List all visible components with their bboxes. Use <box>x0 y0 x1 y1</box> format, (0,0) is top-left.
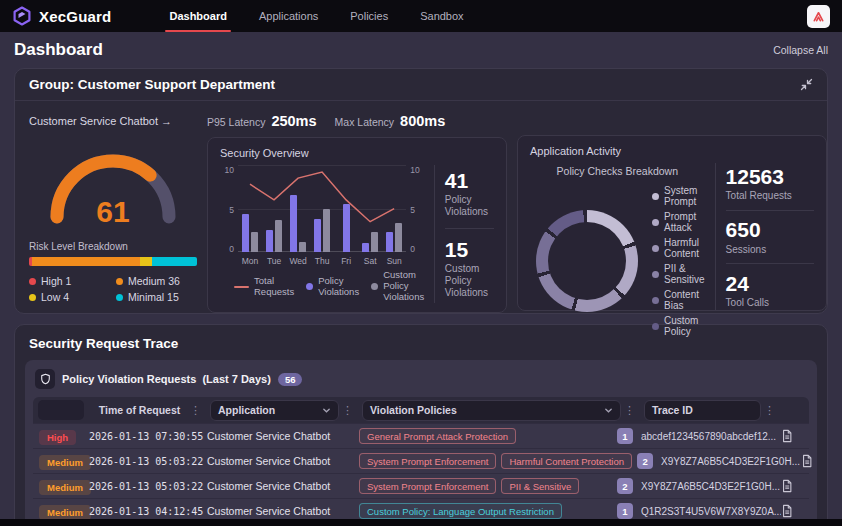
group-card: Group: Customer Support Department Custo… <box>14 68 828 314</box>
application-cell: Customer Service Chatbot <box>207 430 359 442</box>
header-cell-actions <box>781 397 809 423</box>
nav-item-policies[interactable]: Policies <box>334 0 404 32</box>
table-row[interactable]: High2026-01-13 07:30:55Customer Service … <box>33 423 809 448</box>
risk-breakdown-title: Risk Level Breakdown <box>29 241 197 252</box>
trace-section-title: Security Request Trace <box>15 325 827 360</box>
severity-badge: High <box>39 430 76 445</box>
kebab-menu-icon[interactable]: ⋮ <box>761 404 778 417</box>
collapse-all-button[interactable]: Collapse All <box>773 44 828 56</box>
line-swatch-icon <box>234 286 249 288</box>
legend-dot-icon <box>652 219 659 226</box>
chevron-down-icon <box>604 406 613 415</box>
document-icon[interactable] <box>781 479 809 493</box>
stat-label: Custom Policy Violations <box>445 263 494 299</box>
donut-hole <box>548 222 626 300</box>
kebab-menu-icon[interactable]: ⋮ <box>339 404 356 417</box>
trace-id-cell: X9Y8Z7A6B5C4D3E2F1G0H... <box>641 481 781 492</box>
legend-dot-icon <box>116 294 123 301</box>
application-cell: Customer Service Chatbot <box>207 480 359 492</box>
activity-stats: 12563Total Requests650Sessions24Tool Cal… <box>726 163 814 311</box>
risk-legend-label: High 1 <box>41 275 71 287</box>
main-nav: DashboardApplicationsPoliciesSandbox <box>153 0 479 32</box>
brand-logo[interactable]: XecGuard <box>12 6 111 26</box>
severity-cell: Medium <box>33 477 89 495</box>
risk-score-gauge: 61 <box>43 141 183 225</box>
collapse-group-icon[interactable] <box>800 78 813 91</box>
policies-cell: System Prompt EnforcementHarmful Content… <box>359 453 661 469</box>
y-tick-label: 10 <box>220 165 234 175</box>
risk-legend-high: High 1 <box>29 275 110 287</box>
legend-dot-icon <box>652 323 659 330</box>
risk-segment-low <box>140 257 152 266</box>
column-label: Trace ID <box>652 404 693 416</box>
risk-segment-minimal <box>152 257 197 266</box>
app-link[interactable]: Customer Service Chatbot → <box>29 115 197 127</box>
app-risk-panel: Customer Service Chatbot → 61 Risk Level… <box>29 111 197 313</box>
policies-cell: System Prompt EnforcementPII & Sensitive… <box>359 478 641 494</box>
severity-badge: Medium <box>39 480 91 495</box>
donut-legend-system-prompt: System Prompt <box>652 185 705 207</box>
account-button[interactable] <box>807 5 830 28</box>
trace-subtitle: Policy Violation Requests (Last 7 Days) <box>62 373 271 385</box>
latency-value: 250ms <box>271 113 316 129</box>
trace-id-cell: X9Y8Z7A6B5C4D3E2F1G0H... <box>661 456 801 467</box>
y-axis-right: 1050 <box>410 165 424 266</box>
document-icon[interactable] <box>781 429 809 443</box>
stat-custom-policy-violations: 15Custom Policy Violations <box>445 238 494 299</box>
policy-count-badge: 1 <box>617 503 633 519</box>
donut-legend-prompt-attack: Prompt Attack <box>652 211 705 233</box>
document-icon[interactable] <box>781 504 809 518</box>
severity-header-box <box>38 400 84 420</box>
nav-item-dashboard[interactable]: Dashboard <box>153 0 242 32</box>
filter-violation-policies[interactable]: Violation Policies <box>362 400 621 421</box>
kebab-menu-icon[interactable]: ⋮ <box>187 404 204 417</box>
chart-legend-policy-violations: Policy Violations <box>306 276 359 298</box>
risk-score-value: 61 <box>43 195 183 229</box>
x-tick-label: Thu <box>310 256 334 266</box>
actions-cell <box>781 429 809 443</box>
time-cell: 2026-01-13 04:12:45 <box>89 506 207 517</box>
table-row[interactable]: Medium2026-01-13 04:12:45Customer Servic… <box>33 498 809 519</box>
legend-dot-icon <box>652 271 659 278</box>
y-tick-label: 0 <box>410 244 424 254</box>
risk-legend: High 1Medium 36Low 4Minimal 15 <box>29 275 197 303</box>
table-row[interactable]: Medium2026-01-13 05:03:22Customer Servic… <box>33 448 809 473</box>
group-title: Group: Customer Support Department <box>29 77 275 92</box>
stat-sessions: 650Sessions <box>726 218 814 255</box>
stat-policy-violations: 41Policy Violations <box>445 169 494 218</box>
document-icon[interactable] <box>801 454 828 468</box>
application-cell: Customer Service Chatbot <box>207 455 359 467</box>
x-tick-label: Mon <box>238 256 262 266</box>
time-cell: 2026-01-13 07:30:55 <box>89 431 207 442</box>
chart-plot-area: MonTueWedThuFriSatSun <box>238 165 406 266</box>
actions-cell <box>801 454 828 468</box>
table-row[interactable]: Medium2026-01-13 05:03:22Customer Servic… <box>33 473 809 498</box>
x-tick-label: Sun <box>382 256 406 266</box>
policies-cell: General Prompt Attack Protection1 <box>359 428 641 444</box>
time-cell: 2026-01-13 05:03:22 <box>89 456 207 467</box>
y-tick-label: 5 <box>410 205 424 215</box>
x-tick-label: Sat <box>358 256 382 266</box>
legend-label: Policy Violations <box>318 276 359 298</box>
legend-dot-icon <box>116 278 123 285</box>
security-overview-chart: 1050 MonTueWedThuFriSatSun 1050 Total Re… <box>220 165 424 303</box>
trace-id-cell: abcdef1234567890abcdef12... <box>641 431 781 442</box>
nav-item-sandbox[interactable]: Sandbox <box>404 0 479 32</box>
actions-cell <box>781 504 809 518</box>
risk-legend-label: Medium 36 <box>128 275 180 287</box>
donut-legend-label: System Prompt <box>664 185 705 207</box>
x-tick-label: Tue <box>262 256 286 266</box>
nav-item-applications[interactable]: Applications <box>243 0 334 32</box>
filter-trace-id[interactable]: Trace ID <box>644 400 761 421</box>
filter-application[interactable]: Application <box>210 400 339 421</box>
policy-tag: Harmful Content Protection <box>501 453 632 469</box>
y-tick-label: 10 <box>410 165 424 175</box>
legend-dot-icon <box>652 245 659 252</box>
kebab-menu-icon[interactable]: ⋮ <box>621 404 638 417</box>
latency-label: P95 Latency <box>207 116 265 128</box>
security-overview-panel: P95 Latency250msMax Latency800ms Securit… <box>207 111 507 313</box>
legend-dot-icon <box>29 278 36 285</box>
stat-value: 650 <box>726 218 814 241</box>
column-label: Time of Request <box>92 404 187 416</box>
risk-segment-medium <box>32 257 140 266</box>
